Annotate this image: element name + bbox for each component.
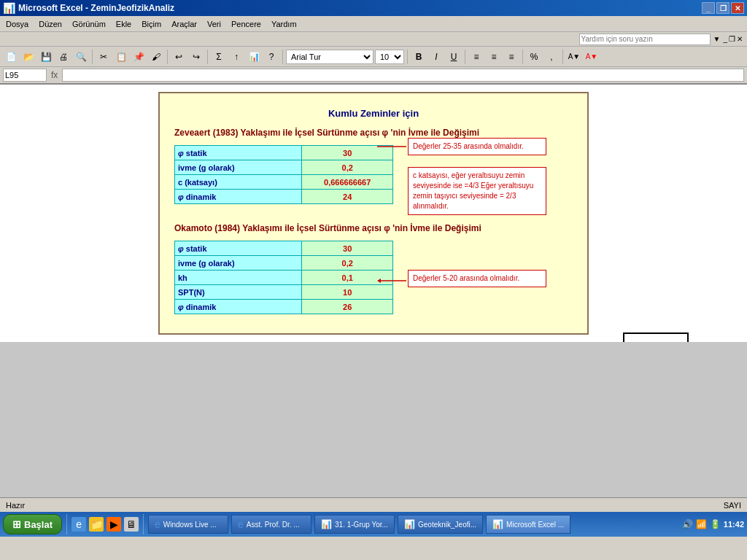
align-left-button[interactable]: ≡ (468, 49, 484, 65)
paste-button[interactable]: 📌 (131, 49, 147, 65)
save-button[interactable]: 💾 (38, 49, 54, 65)
menu-yardim[interactable]: Yardım (267, 18, 301, 30)
tray-icon-2[interactable]: 📶 (696, 519, 707, 529)
percent-button[interactable]: % (526, 49, 542, 65)
status-bar: Hazır SAYI (0, 497, 747, 512)
sort-asc-button[interactable]: ↑ (228, 49, 244, 65)
rectangle-shape (623, 332, 689, 342)
taskbar-asst-prof[interactable]: e Asst. Prof. Dr. ... (231, 515, 311, 534)
help-btn[interactable]: ? (263, 49, 279, 65)
align-center-button[interactable]: ≡ (486, 49, 502, 65)
redo-button[interactable]: ↪ (188, 49, 204, 65)
toolbar-sep-1 (92, 50, 93, 64)
table-row: φ dinamik 24 (175, 190, 393, 204)
windows-live-icon: e (155, 518, 160, 530)
title-bar-left: 📊 Microsoft Excel - ZeminJeofizikAnaliz (3, 2, 174, 14)
function-icon[interactable]: fx (50, 70, 59, 80)
help-arrow-icon[interactable]: ▼ (713, 35, 721, 43)
font-color-button[interactable]: A▼ (584, 49, 600, 65)
callout-3: Değerler 5-20 arasında olmalıdır. (408, 270, 546, 287)
print-button[interactable]: 🖨 (55, 49, 71, 65)
system-tray: 🔊 📶 🔋 11:42 (682, 519, 744, 529)
cell-label: c (katsayı) (175, 175, 302, 190)
show-desktop-icon[interactable]: 🖥 (124, 517, 139, 532)
restore-help-icon[interactable]: ❐ (729, 35, 735, 43)
table-row: ivme (g olarak) 0,2 (175, 256, 393, 271)
section1-title: Zeveaert (1983) Yaklaşımı ile İçsel Sürt… (174, 128, 573, 138)
window-title: Microsoft Excel - ZeminJeofizikAnaliz (18, 3, 174, 13)
toolbar: 📄 📂 💾 🖨 🔍 ✂ 📋 📌 🖌 ↩ ↪ Σ ↑ 📊 ? Arial Tur … (0, 47, 747, 67)
help-input[interactable] (579, 34, 711, 45)
menu-veri[interactable]: Veri (203, 18, 225, 30)
taskbar-1-grup[interactable]: 📊 31. 1-Grup Yor... (314, 515, 395, 534)
menu-pencere[interactable]: Pencere (227, 18, 266, 30)
callout-container-2: c katsayısı, eğer yeraltısuyu zemin sevi… (408, 167, 546, 215)
section1-table: φ statik 30 ivme (g olarak) 0,2 c (katsa… (174, 145, 393, 204)
menu-ekle[interactable]: Ekle (112, 18, 136, 30)
callout-container-3: Değerler 5-20 arasında olmalıdır. (408, 270, 546, 287)
minimize-help-icon[interactable]: _ (723, 35, 727, 43)
start-label: Başlat (24, 519, 53, 530)
start-button[interactable]: ⊞ Başlat (3, 514, 62, 534)
cut-button[interactable]: ✂ (96, 49, 112, 65)
sum-button[interactable]: Σ (211, 49, 227, 65)
tray-icon-1[interactable]: 🔊 (682, 519, 693, 529)
close-button[interactable]: ✕ (731, 2, 744, 14)
toolbar-sep-8 (562, 50, 563, 64)
taskbar-geoteknik[interactable]: 📊 Geoteknik_Jeofi... (398, 515, 483, 534)
italic-button[interactable]: I (428, 49, 444, 65)
title-bar-buttons[interactable]: _ ❐ ✕ (702, 2, 744, 14)
cell-value[interactable]: 30 (302, 241, 393, 256)
cell-value[interactable]: 0,2 (302, 256, 393, 271)
formula-input[interactable] (62, 69, 744, 82)
tray-icon-3[interactable]: 🔋 (710, 519, 721, 529)
copy-button[interactable]: 📋 (113, 49, 129, 65)
toolbar-sep-5 (407, 50, 408, 64)
menu-gorunum[interactable]: Görünüm (68, 18, 110, 30)
close-help-icon[interactable]: ✕ (737, 35, 743, 43)
menu-dosya[interactable]: Dosya (1, 18, 33, 30)
minimize-button[interactable]: _ (702, 2, 715, 14)
ie-quicklaunch-icon[interactable]: e (71, 517, 86, 532)
chart-button[interactable]: 📊 (246, 49, 262, 65)
help-bar: ▼ _ ❐ ✕ (0, 32, 747, 47)
undo-button[interactable]: ↩ (171, 49, 187, 65)
section1-content: φ statik 30 ivme (g olarak) 0,2 c (katsa… (174, 145, 573, 209)
excel-label: Microsoft Excel ... (506, 521, 564, 529)
toolbar-sep-7 (522, 50, 523, 64)
cell-label: ivme (g olarak) (175, 160, 302, 175)
system-clock: 11:42 (724, 520, 744, 529)
format-painter-button[interactable]: 🖌 (148, 49, 164, 65)
cell-reference-input[interactable] (3, 69, 47, 82)
menu-araclar[interactable]: Araçlar (167, 18, 201, 30)
underline-button[interactable]: U (446, 49, 462, 65)
align-right-button[interactable]: ≡ (503, 49, 519, 65)
cell-value[interactable]: 26 (302, 300, 393, 314)
new-button[interactable]: 📄 (3, 49, 19, 65)
comma-button[interactable]: , (543, 49, 560, 65)
bold-button[interactable]: B (411, 49, 427, 65)
cell-label: φ dinamik (175, 300, 302, 314)
cell-label: φ statik (175, 241, 302, 256)
open-button[interactable]: 📂 (20, 49, 36, 65)
font-selector[interactable]: Arial Tur (286, 50, 374, 64)
menu-duzen[interactable]: Düzen (34, 18, 66, 30)
font-size-selector[interactable]: 10 (375, 50, 404, 64)
app-icon: 📊 (3, 2, 15, 14)
menu-bicim[interactable]: Biçim (137, 18, 166, 30)
restore-button[interactable]: ❐ (716, 2, 729, 14)
section-1: Zeveaert (1983) Yaklaşımı ile İçsel Sürt… (174, 128, 573, 209)
taskbar-excel[interactable]: 📊 Microsoft Excel ... (486, 515, 570, 534)
explorer-quicklaunch-icon[interactable]: 📁 (89, 517, 104, 532)
main-area: Kumlu Zeminler için Zeveaert (1983) Yakl… (0, 85, 747, 497)
asst-prof-label: Asst. Prof. Dr. ... (247, 521, 300, 529)
table-row: φ statik 30 (175, 241, 393, 256)
print-preview-button[interactable]: 🔍 (73, 49, 89, 65)
fill-color-button[interactable]: A▼ (566, 49, 582, 65)
arrow-svg-1 (377, 139, 406, 183)
cell-value[interactable]: 24 (302, 190, 393, 204)
wmp-quicklaunch-icon[interactable]: ▶ (107, 517, 121, 532)
toolbar-sep-6 (465, 50, 465, 64)
1-grup-icon: 📊 (321, 519, 332, 529)
taskbar-windows-live[interactable]: e Windows Live ... (148, 515, 228, 534)
